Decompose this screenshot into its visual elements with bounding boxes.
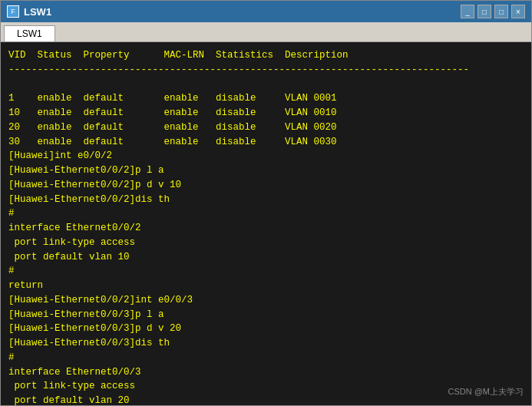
terminal-output: VID Status Property MAC-LRN Statistics D… [8, 48, 524, 405]
close-button[interactable]: × [511, 5, 525, 18]
minimize-button[interactable]: _ [461, 5, 474, 18]
terminal-area[interactable]: VID Status Property MAC-LRN Statistics D… [1, 42, 531, 405]
watermark-text: CSDN @M上夫学习 [448, 386, 524, 398]
tab-bar: LSW1 [1, 22, 531, 42]
title-bar: F LSW1 _ □ □ × [1, 1, 531, 22]
tab-lsw1[interactable]: LSW1 [4, 25, 55, 41]
maximize-button[interactable]: □ [494, 5, 508, 18]
main-window: F LSW1 _ □ □ × LSW1 VID Status Property … [0, 0, 532, 406]
window-icon: F [7, 5, 19, 18]
window-title: LSW1 [24, 6, 461, 18]
restore-button[interactable]: □ [477, 5, 491, 18]
window-controls: _ □ □ × [461, 5, 525, 18]
